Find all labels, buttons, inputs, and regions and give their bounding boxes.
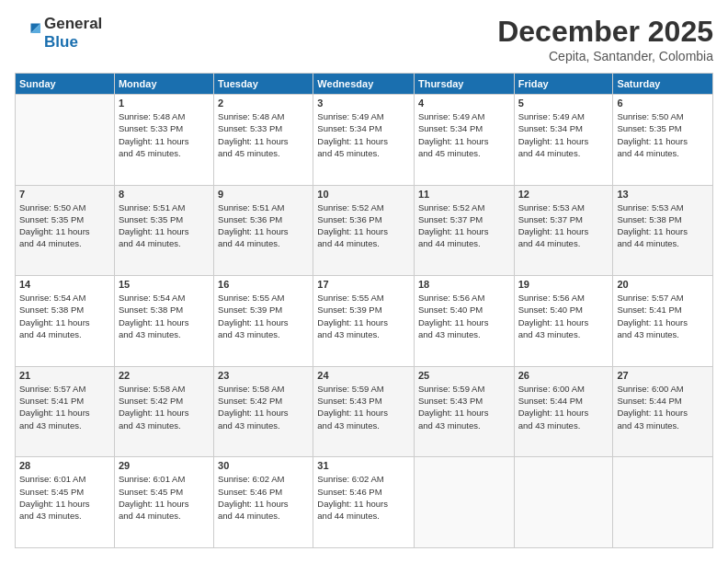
calendar-cell <box>514 457 613 548</box>
calendar-cell <box>613 457 713 548</box>
day-info: Sunrise: 6:02 AMSunset: 5:46 PMDaylight:… <box>218 473 309 522</box>
calendar-week-2: 7Sunrise: 5:50 AMSunset: 5:35 PMDaylight… <box>16 185 713 276</box>
day-info: Sunrise: 5:59 AMSunset: 5:43 PMDaylight:… <box>317 383 410 431</box>
day-info: Sunrise: 5:51 AMSunset: 5:35 PMDaylight:… <box>119 201 210 250</box>
calendar-cell: 10Sunrise: 5:52 AMSunset: 5:36 PMDayligh… <box>313 185 415 276</box>
calendar-cell: 9Sunrise: 5:51 AMSunset: 5:36 PMDaylight… <box>214 185 313 276</box>
calendar-cell: 15Sunrise: 5:54 AMSunset: 5:38 PMDayligh… <box>114 276 213 367</box>
calendar-header-row: SundayMondayTuesdayWednesdayThursdayFrid… <box>16 74 713 95</box>
calendar-cell: 2Sunrise: 5:48 AMSunset: 5:33 PMDaylight… <box>214 95 313 186</box>
day-info: Sunrise: 5:52 AMSunset: 5:37 PMDaylight:… <box>418 201 510 250</box>
day-info: Sunrise: 5:55 AMSunset: 5:39 PMDaylight:… <box>317 292 410 340</box>
day-number: 31 <box>317 460 410 471</box>
calendar-cell: 5Sunrise: 5:49 AMSunset: 5:34 PMDaylight… <box>514 95 613 186</box>
calendar-cell: 13Sunrise: 5:53 AMSunset: 5:38 PMDayligh… <box>613 185 713 276</box>
calendar-cell: 3Sunrise: 5:49 AMSunset: 5:34 PMDaylight… <box>313 95 415 186</box>
day-number: 21 <box>19 370 110 381</box>
day-info: Sunrise: 5:49 AMSunset: 5:34 PMDaylight:… <box>317 110 410 159</box>
day-number: 27 <box>617 370 709 381</box>
calendar-body: 1Sunrise: 5:48 AMSunset: 5:33 PMDaylight… <box>16 95 713 548</box>
day-number: 1 <box>119 98 210 109</box>
day-number: 15 <box>119 279 210 290</box>
day-header-friday: Friday <box>514 74 613 95</box>
calendar-cell: 26Sunrise: 6:00 AMSunset: 5:44 PMDayligh… <box>514 366 613 457</box>
day-info: Sunrise: 5:53 AMSunset: 5:38 PMDaylight:… <box>617 201 709 250</box>
day-number: 12 <box>518 189 609 200</box>
day-info: Sunrise: 5:55 AMSunset: 5:39 PMDaylight:… <box>218 292 309 340</box>
calendar-cell: 23Sunrise: 5:58 AMSunset: 5:42 PMDayligh… <box>214 366 313 457</box>
calendar-cell: 1Sunrise: 5:48 AMSunset: 5:33 PMDaylight… <box>114 95 213 186</box>
calendar-cell: 31Sunrise: 6:02 AMSunset: 5:46 PMDayligh… <box>313 457 415 548</box>
day-info: Sunrise: 6:00 AMSunset: 5:44 PMDaylight:… <box>518 383 609 431</box>
calendar-cell: 14Sunrise: 5:54 AMSunset: 5:38 PMDayligh… <box>16 276 115 367</box>
calendar-cell: 12Sunrise: 5:53 AMSunset: 5:37 PMDayligh… <box>514 185 613 276</box>
day-number: 6 <box>617 98 709 109</box>
day-number: 30 <box>218 460 309 471</box>
day-info: Sunrise: 5:50 AMSunset: 5:35 PMDaylight:… <box>19 201 110 250</box>
calendar-cell: 4Sunrise: 5:49 AMSunset: 5:34 PMDaylight… <box>414 95 514 186</box>
day-header-monday: Monday <box>114 74 213 95</box>
calendar-cell: 27Sunrise: 6:00 AMSunset: 5:44 PMDayligh… <box>613 366 713 457</box>
header: General Blue December 2025 Cepita, Santa… <box>15 15 713 63</box>
day-header-wednesday: Wednesday <box>313 74 415 95</box>
calendar-week-5: 28Sunrise: 6:01 AMSunset: 5:45 PMDayligh… <box>16 457 713 548</box>
calendar-cell: 16Sunrise: 5:55 AMSunset: 5:39 PMDayligh… <box>214 276 313 367</box>
calendar-cell: 22Sunrise: 5:58 AMSunset: 5:42 PMDayligh… <box>114 366 213 457</box>
day-info: Sunrise: 6:01 AMSunset: 5:45 PMDaylight:… <box>19 473 110 522</box>
calendar-cell: 8Sunrise: 5:51 AMSunset: 5:35 PMDaylight… <box>114 185 213 276</box>
calendar-cell: 11Sunrise: 5:52 AMSunset: 5:37 PMDayligh… <box>414 185 514 276</box>
day-number: 19 <box>518 279 609 290</box>
day-info: Sunrise: 5:56 AMSunset: 5:40 PMDaylight:… <box>518 292 609 340</box>
day-info: Sunrise: 5:57 AMSunset: 5:41 PMDaylight:… <box>19 383 110 431</box>
calendar-cell: 21Sunrise: 5:57 AMSunset: 5:41 PMDayligh… <box>16 366 115 457</box>
day-number: 13 <box>617 189 709 200</box>
day-number: 22 <box>119 370 210 381</box>
calendar-cell: 17Sunrise: 5:55 AMSunset: 5:39 PMDayligh… <box>313 276 415 367</box>
logo-icon <box>15 20 40 46</box>
month-title: December 2025 <box>497 15 713 49</box>
day-number: 8 <box>119 189 210 200</box>
day-header-thursday: Thursday <box>414 74 514 95</box>
calendar-cell: 24Sunrise: 5:59 AMSunset: 5:43 PMDayligh… <box>313 366 415 457</box>
day-number: 20 <box>617 279 709 290</box>
day-info: Sunrise: 5:54 AMSunset: 5:38 PMDaylight:… <box>119 292 210 340</box>
day-header-sunday: Sunday <box>16 74 115 95</box>
day-number: 14 <box>19 279 110 290</box>
day-number: 16 <box>218 279 309 290</box>
calendar-cell: 18Sunrise: 5:56 AMSunset: 5:40 PMDayligh… <box>414 276 514 367</box>
calendar-cell: 29Sunrise: 6:01 AMSunset: 5:45 PMDayligh… <box>114 457 213 548</box>
calendar-cell <box>414 457 514 548</box>
day-info: Sunrise: 5:58 AMSunset: 5:42 PMDaylight:… <box>218 383 309 431</box>
calendar-cell: 6Sunrise: 5:50 AMSunset: 5:35 PMDaylight… <box>613 95 713 186</box>
day-info: Sunrise: 5:52 AMSunset: 5:36 PMDaylight:… <box>317 201 410 250</box>
calendar-cell: 25Sunrise: 5:59 AMSunset: 5:43 PMDayligh… <box>414 366 514 457</box>
day-info: Sunrise: 5:48 AMSunset: 5:33 PMDaylight:… <box>119 110 210 159</box>
day-number: 25 <box>418 370 510 381</box>
day-number: 18 <box>418 279 510 290</box>
day-number: 23 <box>218 370 309 381</box>
day-number: 4 <box>418 98 510 109</box>
calendar-week-4: 21Sunrise: 5:57 AMSunset: 5:41 PMDayligh… <box>16 366 713 457</box>
title-block: December 2025 Cepita, Santander, Colombi… <box>497 15 713 63</box>
day-number: 10 <box>317 189 410 200</box>
day-number: 17 <box>317 279 410 290</box>
calendar-cell <box>16 95 115 186</box>
day-number: 11 <box>418 189 510 200</box>
day-info: Sunrise: 5:59 AMSunset: 5:43 PMDaylight:… <box>418 383 510 431</box>
day-info: Sunrise: 5:58 AMSunset: 5:42 PMDaylight:… <box>119 383 210 431</box>
day-info: Sunrise: 5:48 AMSunset: 5:33 PMDaylight:… <box>218 110 309 159</box>
day-info: Sunrise: 5:56 AMSunset: 5:40 PMDaylight:… <box>418 292 510 340</box>
day-header-saturday: Saturday <box>613 74 713 95</box>
calendar-cell: 20Sunrise: 5:57 AMSunset: 5:41 PMDayligh… <box>613 276 713 367</box>
calendar-cell: 28Sunrise: 6:01 AMSunset: 5:45 PMDayligh… <box>16 457 115 548</box>
day-info: Sunrise: 6:02 AMSunset: 5:46 PMDaylight:… <box>317 473 410 522</box>
day-info: Sunrise: 5:49 AMSunset: 5:34 PMDaylight:… <box>518 110 609 159</box>
day-info: Sunrise: 5:50 AMSunset: 5:35 PMDaylight:… <box>617 110 709 159</box>
day-number: 28 <box>19 460 110 471</box>
calendar-week-1: 1Sunrise: 5:48 AMSunset: 5:33 PMDaylight… <box>16 95 713 186</box>
logo: General Blue <box>15 15 102 52</box>
page: General Blue December 2025 Cepita, Santa… <box>0 0 728 563</box>
calendar-table: SundayMondayTuesdayWednesdayThursdayFrid… <box>15 73 713 548</box>
day-number: 7 <box>19 189 110 200</box>
day-number: 26 <box>518 370 609 381</box>
